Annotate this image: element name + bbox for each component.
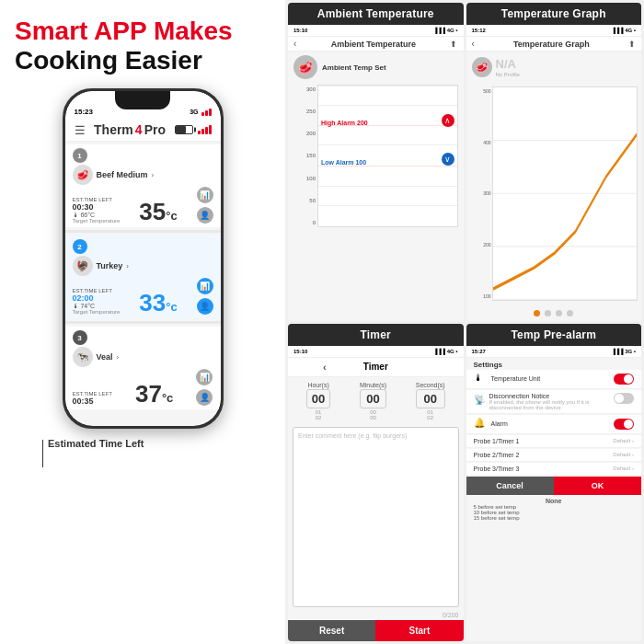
tg-chart <box>492 86 638 301</box>
gl-5 <box>318 186 457 187</box>
tpa-row-tempunit: 🌡 Temperature Unit <box>466 370 642 389</box>
y-250: 250 <box>295 109 316 114</box>
logo-pro: Pro <box>144 122 166 137</box>
prealarm-signal: ▐▐▐ 3G ▪️ <box>612 349 636 354</box>
tempgraph-time: 15:12 <box>472 28 486 33</box>
probe-3-food-label: Veal <box>97 352 113 362</box>
timer-hours-sub2: 02 <box>306 415 330 420</box>
prealarm-cancel-btn[interactable]: Cancel <box>466 477 554 495</box>
probe-3-food-icon: 🐄 <box>73 347 93 367</box>
timer-comment-box[interactable]: Enter comment here (e.g. flip burgers) <box>293 427 459 608</box>
probe-2-section: 2 🦃 Turkey › EST.TIME LEFT 02:00 🌡 74°C … <box>65 236 221 318</box>
probe-1-chart-btn[interactable]: 📊 <box>197 187 213 203</box>
ambient-share-icon[interactable]: ⬆ <box>450 40 457 49</box>
tempgraph-status: 15:12 ▐▐▐ 4G ▪️ <box>466 25 642 37</box>
probe-3-actions: 📊 👤 <box>196 369 213 406</box>
bar3 <box>209 109 212 116</box>
probe-2-unit: °c <box>166 300 177 314</box>
headline-red: Smart APP Makes <box>15 17 270 46</box>
probe3-timer3-label: Probe 3/Timer 3 <box>474 466 520 472</box>
probe-2-temp-block: 33°c <box>139 291 177 315</box>
probe-2-chart-btn[interactable]: 📊 <box>197 278 213 294</box>
y-0: 0 <box>295 220 316 225</box>
disconnect-toggle[interactable] <box>614 393 634 404</box>
probe-1-est-val: 00:30 <box>73 202 121 212</box>
hbar2 <box>201 129 204 134</box>
probe-1-person-btn[interactable]: 👤 <box>197 207 213 224</box>
probe-1-target-label: Target Temperature <box>73 218 121 224</box>
headline: Smart APP Makes Cooking Easier <box>15 17 270 75</box>
right-section: Ambient Temperature 15:10 ▐▐▐ 4G ▪️ ‹ Am… <box>285 0 644 644</box>
grid-lines <box>318 86 457 226</box>
note-15: 15 before set temp <box>474 515 635 521</box>
low-alarm-btn[interactable]: ∨ <box>442 153 454 166</box>
tg-food-icon: 🥩 <box>472 57 492 77</box>
tpa-row-probe3: Probe 3/Timer 3 Default › <box>466 463 642 476</box>
probe-3-chart-btn[interactable]: 📊 <box>196 369 213 385</box>
probe-2-food-label: Turkey <box>97 261 123 270</box>
tgy-500: 500 <box>467 88 491 94</box>
timer-reset-btn[interactable]: Reset <box>288 620 375 641</box>
tempunit-knob <box>624 374 633 384</box>
timer-start-btn[interactable]: Start <box>375 620 463 641</box>
probe-2-person-btn[interactable]: 👤 <box>197 298 213 315</box>
probe-3-unit: °c <box>162 391 173 405</box>
timer-columns: Hour(s) 00 01 02 Minute(s) 00 00 00 Seco… <box>288 377 464 422</box>
probe-3-number: 3 <box>73 330 87 345</box>
tpa-row-alarm-left: 🔔 Alarm <box>474 418 508 431</box>
app-logo: Therm4Pro <box>94 122 166 137</box>
probe-1-temp-block: 35°c <box>139 200 177 224</box>
logo-4: 4 <box>135 122 143 137</box>
tempgraph-header-title: Temperature Graph <box>513 40 590 49</box>
timer-comment-placeholder: Enter comment here (e.g. flip burgers) <box>298 432 407 439</box>
menu-icon[interactable]: ☰ <box>75 123 86 137</box>
ambient-header: ‹ Ambient Temperature ⬆ <box>288 37 464 52</box>
dot-active <box>534 310 540 316</box>
timer-mins-label: Minute(s) <box>360 382 386 388</box>
timer-secs-val[interactable]: 00 <box>416 389 445 408</box>
ambient-back-icon[interactable]: ‹ <box>293 39 296 49</box>
tempgraph-panel: Temperature Graph 15:12 ▐▐▐ 4G ▪️ ‹ Temp… <box>466 3 642 321</box>
disconnect-label: Disconnection Notice <box>489 393 615 399</box>
probe2-timer2-label: Probe 2/Timer 2 <box>474 452 520 458</box>
disconnect-text-block: Disconnection Notice If enabled, the pho… <box>489 393 615 410</box>
estimated-time-annotation: Estimated Time Left <box>42 438 270 467</box>
battery-fill <box>176 126 187 133</box>
probe-3-temp-block: 37°c <box>135 382 173 406</box>
probe-3-food-row: 🐄 Veal › <box>73 347 213 367</box>
tpa-row-probe2: Probe 2/Timer 2 Default › <box>466 449 642 462</box>
probe-3-main-row: EST.TIME LEFT 00:35 37°c 📊 👤 <box>73 369 213 406</box>
ambient-title: Ambient Temperature <box>288 3 464 25</box>
timer-hours-val[interactable]: 00 <box>306 389 330 408</box>
probe-2-target-label: Target Temperature <box>73 309 121 315</box>
probe-3-person-btn[interactable]: 👤 <box>196 389 213 406</box>
header-icons <box>175 125 212 134</box>
timer-content: 15:10 ▐▐▐ 4G ▪️ ‹ Timer ‹ Hour(s) 00 01 … <box>288 346 464 642</box>
timer-back-icon[interactable]: ‹ <box>323 362 327 373</box>
ambient-header-title: Ambient Temperature <box>331 40 416 49</box>
gl-6 <box>318 205 457 206</box>
alarm-icon: 🔔 <box>474 418 487 431</box>
timer-mins-val[interactable]: 00 <box>360 389 386 408</box>
timer-col-minutes: Minute(s) 00 00 00 <box>360 382 386 420</box>
probe-1-time-block: EST.TIME LEFT 00:30 🌡 66°C Target Temper… <box>73 197 121 224</box>
prealarm-content: 15:27 ▐▐▐ 3G ▪️ Settings 🌡 Temperature U… <box>466 346 642 642</box>
signal-text: 3G <box>190 109 198 115</box>
tempgraph-share-icon[interactable]: ⬆ <box>628 40 636 49</box>
high-alarm-btn[interactable]: ∧ <box>442 114 454 127</box>
probe-1-target-row: 🌡 66°C <box>73 212 121 218</box>
probe-1-food-label: Beef Medium <box>97 170 148 179</box>
tg-yaxis: 500 400 300 200 100 <box>466 86 492 301</box>
tempunit-label: Temperature Unit <box>491 375 541 382</box>
tempunit-toggle[interactable] <box>614 374 634 385</box>
prealarm-ok-btn[interactable]: OK <box>554 477 641 495</box>
gl-3 <box>318 144 457 145</box>
hbar3 <box>205 127 208 134</box>
ambient-status: 15:10 ▐▐▐ 4G ▪️ <box>288 25 464 37</box>
dot-2 <box>556 310 562 316</box>
gl-0 <box>318 86 457 86</box>
status-icons: 3G <box>190 109 211 116</box>
tempgraph-back-icon[interactable]: ‹ <box>472 39 475 49</box>
alarm-toggle[interactable] <box>614 419 634 430</box>
tempgraph-body: 🥩 N/A No Profile 500 400 300 200 <box>466 52 642 321</box>
